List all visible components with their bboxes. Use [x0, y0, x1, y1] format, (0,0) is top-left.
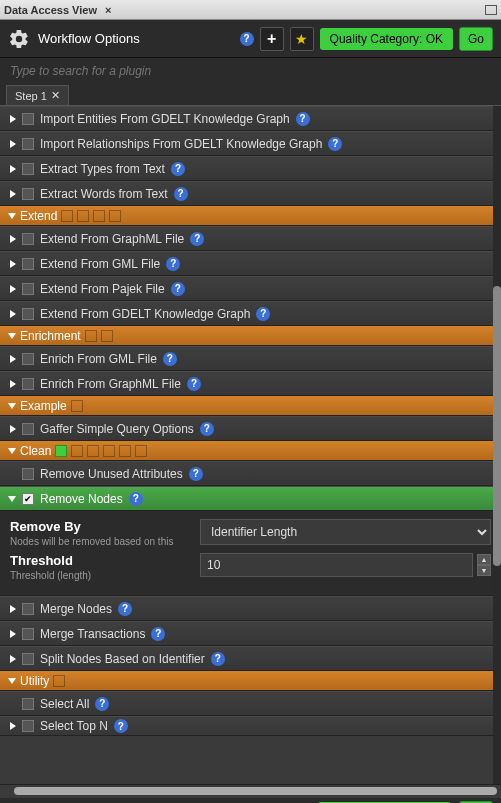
checkbox[interactable]: [22, 283, 34, 295]
category-box[interactable]: [87, 445, 99, 457]
category-box-active[interactable]: [55, 445, 67, 457]
help-icon[interactable]: ?: [118, 602, 132, 616]
go-button[interactable]: Go: [459, 27, 493, 51]
expand-icon[interactable]: [10, 165, 16, 173]
checkbox[interactable]: [22, 258, 34, 270]
plugin-row-import-entities-gdelt[interactable]: Import Entities From GDELT Knowledge Gra…: [0, 106, 501, 131]
expand-icon[interactable]: [10, 722, 16, 730]
collapse-icon[interactable]: [8, 496, 16, 502]
expand-icon[interactable]: [10, 190, 16, 198]
collapse-icon[interactable]: [8, 333, 16, 339]
expand-icon[interactable]: [10, 260, 16, 268]
scrollbar-thumb[interactable]: [14, 787, 497, 795]
plugin-row-enrich-graphml[interactable]: Enrich From GraphML File ?: [0, 371, 501, 396]
add-button[interactable]: +: [260, 27, 284, 51]
expand-icon[interactable]: [10, 380, 16, 388]
plugin-row-enrich-gml[interactable]: Enrich From GML File ?: [0, 346, 501, 371]
checkbox[interactable]: [22, 603, 34, 615]
help-icon[interactable]: ?: [240, 32, 254, 46]
checkbox[interactable]: [22, 353, 34, 365]
checkbox[interactable]: [22, 113, 34, 125]
plugin-row-extend-graphml[interactable]: Extend From GraphML File ?: [0, 226, 501, 251]
category-enrichment[interactable]: Enrichment: [0, 326, 501, 346]
spinner-up-icon[interactable]: ▲: [477, 554, 491, 565]
collapse-icon[interactable]: [8, 403, 16, 409]
plugin-row-remove-nodes[interactable]: ✔ Remove Nodes ?: [0, 486, 501, 511]
category-box[interactable]: [71, 400, 83, 412]
close-icon[interactable]: ✕: [51, 89, 60, 102]
checkbox[interactable]: [22, 378, 34, 390]
help-icon[interactable]: ?: [163, 352, 177, 366]
plugin-search-input[interactable]: [10, 64, 491, 78]
plugin-row-gaffer-query[interactable]: Gaffer Simple Query Options ?: [0, 416, 501, 441]
checkbox[interactable]: [22, 468, 34, 480]
category-box[interactable]: [93, 210, 105, 222]
category-clean[interactable]: Clean: [0, 441, 501, 461]
plugin-row-select-all[interactable]: Select All ?: [0, 691, 501, 716]
category-box[interactable]: [85, 330, 97, 342]
quality-category-badge[interactable]: Quality Category: OK: [320, 28, 453, 50]
plugin-row-extend-pajek[interactable]: Extend From Pajek File ?: [0, 276, 501, 301]
checkbox[interactable]: [22, 138, 34, 150]
tab-step-1[interactable]: Step 1 ✕: [6, 85, 69, 105]
help-icon[interactable]: ?: [174, 187, 188, 201]
checkbox[interactable]: [22, 233, 34, 245]
plugin-row-extract-words[interactable]: Extract Words from Text ?: [0, 181, 501, 206]
help-icon[interactable]: ?: [95, 697, 109, 711]
category-example[interactable]: Example: [0, 396, 501, 416]
plugin-row-remove-unused-attrs[interactable]: Remove Unused Attributes ?: [0, 461, 501, 486]
expand-icon[interactable]: [10, 605, 16, 613]
scrollbar-thumb[interactable]: [493, 286, 501, 566]
expand-icon[interactable]: [10, 630, 16, 638]
plugin-row-merge-nodes[interactable]: Merge Nodes ?: [0, 596, 501, 621]
remove-by-select[interactable]: Identifier Length: [200, 519, 491, 545]
horizontal-scrollbar[interactable]: [0, 784, 501, 798]
checkbox[interactable]: [22, 653, 34, 665]
category-box[interactable]: [109, 210, 121, 222]
plugin-row-import-relationships-gdelt[interactable]: Import Relationships From GDELT Knowledg…: [0, 131, 501, 156]
help-icon[interactable]: ?: [328, 137, 342, 151]
category-box[interactable]: [61, 210, 73, 222]
expand-icon[interactable]: [10, 425, 16, 433]
category-box[interactable]: [71, 445, 83, 457]
expand-icon[interactable]: [10, 285, 16, 293]
collapse-icon[interactable]: [8, 448, 16, 454]
category-box[interactable]: [135, 445, 147, 457]
help-icon[interactable]: ?: [171, 162, 185, 176]
threshold-input[interactable]: [200, 553, 473, 577]
help-icon[interactable]: ?: [166, 257, 180, 271]
gear-icon[interactable]: [8, 28, 30, 50]
help-icon[interactable]: ?: [200, 422, 214, 436]
checkbox[interactable]: [22, 188, 34, 200]
checkbox[interactable]: [22, 163, 34, 175]
help-icon[interactable]: ?: [190, 232, 204, 246]
workflow-options-label[interactable]: Workflow Options: [38, 31, 140, 46]
window-control-icon[interactable]: [485, 5, 497, 15]
category-utility[interactable]: Utility: [0, 671, 501, 691]
expand-icon[interactable]: [10, 310, 16, 318]
help-icon[interactable]: ?: [211, 652, 225, 666]
expand-icon[interactable]: [10, 140, 16, 148]
tab-close-icon[interactable]: ×: [101, 4, 115, 16]
category-box[interactable]: [101, 330, 113, 342]
collapse-icon[interactable]: [8, 678, 16, 684]
plugin-row-extend-gdelt[interactable]: Extend From GDELT Knowledge Graph ?: [0, 301, 501, 326]
spinner-down-icon[interactable]: ▼: [477, 565, 491, 576]
help-icon[interactable]: ?: [129, 492, 143, 506]
vertical-scrollbar[interactable]: [493, 106, 501, 784]
help-icon[interactable]: ?: [256, 307, 270, 321]
plugin-row-extend-gml[interactable]: Extend From GML File ?: [0, 251, 501, 276]
category-extend[interactable]: Extend: [0, 206, 501, 226]
expand-icon[interactable]: [10, 355, 16, 363]
help-icon[interactable]: ?: [151, 627, 165, 641]
help-icon[interactable]: ?: [189, 467, 203, 481]
favorite-button[interactable]: ★: [290, 27, 314, 51]
checkbox[interactable]: [22, 308, 34, 320]
category-box[interactable]: [103, 445, 115, 457]
help-icon[interactable]: ?: [114, 719, 128, 733]
category-box[interactable]: [53, 675, 65, 687]
expand-icon[interactable]: [10, 655, 16, 663]
expand-icon[interactable]: [10, 235, 16, 243]
checkbox[interactable]: [22, 628, 34, 640]
collapse-icon[interactable]: [8, 213, 16, 219]
